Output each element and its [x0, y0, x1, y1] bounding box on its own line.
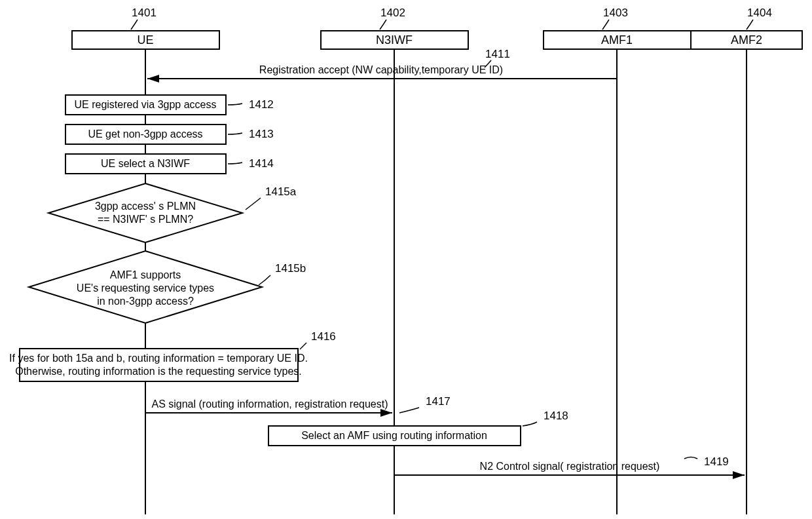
decision-1415a-line1: 3gpp access' s PLMN [95, 201, 196, 212]
ref-1411: 1411 [485, 48, 510, 60]
msg-1411-text: Registration accept (NW capability,tempo… [259, 64, 503, 75]
ref-1416: 1416 [311, 330, 336, 343]
decision-1415b-line1: AMF1 supports [110, 269, 181, 280]
ref-1414: 1414 [249, 157, 274, 170]
decision-1415a [48, 183, 242, 242]
ref-1419: 1419 [704, 455, 729, 468]
ref-1412: 1412 [249, 98, 274, 111]
ref-amf1: 1403 [603, 7, 628, 19]
ref-1417: 1417 [426, 395, 451, 408]
actor-n3iwf-label: N3IWF [376, 33, 413, 47]
msg-1417-text: AS signal (routing information, registra… [151, 398, 388, 410]
decision-1415b-line2: UE's requesting service types [77, 282, 214, 294]
step-1414-text: UE select a N3IWF [101, 158, 190, 169]
step-1416-line2: Otherwise, routing information is the re… [15, 366, 302, 377]
ref-n3iwf: 1402 [380, 7, 405, 19]
decision-1415b-line3: in non-3gpp access? [97, 296, 194, 307]
ref-1415b: 1415b [275, 262, 306, 275]
actor-amf2-label: AMF2 [731, 33, 762, 47]
step-1418-text: Select an AMF using routing information [301, 430, 487, 441]
actor-ue-label: UE [137, 33, 153, 47]
decision-1415a-line2: == N3IWF' s PLMN? [98, 214, 193, 225]
msg-1419-text: N2 Control signal( registration request) [480, 461, 660, 472]
actor-amf1-label: AMF1 [601, 33, 633, 47]
ref-ue: 1401 [132, 7, 157, 19]
step-1413-text: UE get non-3gpp access [88, 128, 202, 140]
ref-amf2: 1404 [747, 7, 772, 19]
step-1416-line1: If yes for both 15a and b, routing infor… [9, 353, 308, 364]
ref-1418: 1418 [544, 410, 568, 422]
ref-1415a: 1415a [265, 185, 297, 198]
step-1412-text: UE registered via 3gpp access [75, 99, 217, 110]
ref-1413: 1413 [249, 128, 274, 140]
